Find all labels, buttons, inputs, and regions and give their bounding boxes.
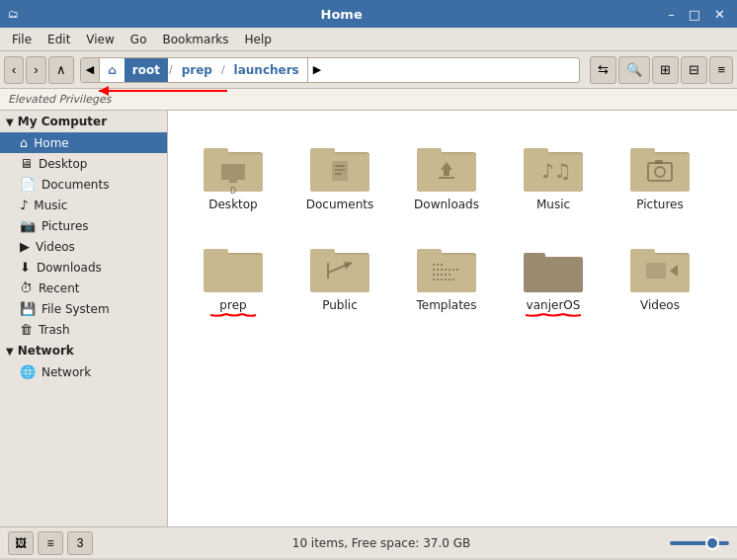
main-layout: ▼ My Computer ⌂ Home 🖥 Desktop 📄 Documen… xyxy=(0,111,737,526)
sidebar-item-desktop-label: Desktop xyxy=(39,157,88,171)
file-label-vanjeros: vanjerOS xyxy=(527,298,581,312)
folder-downloads-icon xyxy=(415,134,478,198)
statusbar-info: 10 items, Free space: 37.0 GB xyxy=(93,536,670,550)
up-button[interactable]: ∧ xyxy=(48,56,74,84)
sidebar-item-home-label: Home xyxy=(34,136,68,150)
sidebar-item-pictures[interactable]: 📷 Pictures xyxy=(0,215,167,236)
svg-rect-19 xyxy=(444,170,450,176)
sidebar-item-network[interactable]: 🌐 Network xyxy=(0,361,167,382)
file-item-videos[interactable]: Videos xyxy=(611,227,709,320)
filesystem-icon: 💾 xyxy=(20,301,36,316)
zoom-slider[interactable] xyxy=(670,541,729,545)
sidebar-section-mycomputer[interactable]: ▼ My Computer xyxy=(0,111,167,132)
svg-rect-30 xyxy=(655,160,663,164)
file-item-vanjeros[interactable]: vanjerOS xyxy=(504,227,603,320)
svg-rect-27 xyxy=(630,154,690,192)
desktop-icon: 🖥 xyxy=(20,156,33,171)
folder-desktop-icon: D xyxy=(202,134,265,198)
close-button[interactable]: ✕ xyxy=(710,7,729,22)
view-compact-button[interactable]: ⊟ xyxy=(681,56,707,84)
svg-rect-49 xyxy=(524,257,583,292)
svg-marker-1 xyxy=(99,86,109,96)
elevated-privileges-bar: Elevated Privileges xyxy=(0,89,737,111)
file-item-documents[interactable]: Documents xyxy=(290,126,389,219)
videos-icon: ▶ xyxy=(20,239,30,254)
folder-documents-icon xyxy=(308,134,371,198)
folder-public-icon xyxy=(308,235,371,298)
statusbar: 🖼 ≡ 3 10 items, Free space: 37.0 GB xyxy=(0,526,737,558)
file-item-public[interactable]: Public xyxy=(290,227,389,320)
sidebar-item-recent[interactable]: ⏱ Recent xyxy=(0,278,167,298)
folder-vanjeros-icon xyxy=(522,235,585,298)
breadcrumb-root[interactable]: root xyxy=(124,58,168,82)
minimize-button[interactable]: – xyxy=(664,7,679,22)
menu-edit[interactable]: Edit xyxy=(40,31,78,48)
file-label-public: Public xyxy=(322,298,358,312)
menu-help[interactable]: Help xyxy=(237,31,280,48)
menu-bookmarks[interactable]: Bookmarks xyxy=(154,31,236,48)
forward-button[interactable]: › xyxy=(26,56,45,84)
slider-track[interactable] xyxy=(670,541,729,545)
breadcrumb-next[interactable]: ▶ xyxy=(307,58,326,82)
view-icons-button[interactable]: ⊞ xyxy=(652,56,679,84)
sidebar-item-music[interactable]: ♪ Music xyxy=(0,195,167,215)
documents-icon: 📄 xyxy=(20,177,36,192)
breadcrumb-prep[interactable]: prep xyxy=(174,58,220,82)
statusbar-list-view-button[interactable]: ≡ xyxy=(38,531,63,555)
search-button[interactable]: 🔍 xyxy=(618,56,650,84)
sidebar-item-videos[interactable]: ▶ Videos xyxy=(0,236,167,257)
menu-go[interactable]: Go xyxy=(123,31,155,48)
menu-file[interactable]: File xyxy=(4,31,40,48)
file-item-prep[interactable]: prep xyxy=(184,227,283,320)
statusbar-detail-button[interactable]: 3 xyxy=(67,531,93,555)
sidebar-item-pictures-label: Pictures xyxy=(41,219,89,233)
file-item-downloads[interactable]: Downloads xyxy=(397,126,496,219)
sidebar-item-recent-label: Recent xyxy=(39,281,79,295)
file-label-prep: prep xyxy=(219,298,246,312)
sidebar-item-filesystem[interactable]: 💾 File System xyxy=(0,298,167,319)
sidebar-item-documents[interactable]: 📄 Documents xyxy=(0,174,167,195)
menu-view[interactable]: View xyxy=(78,31,122,48)
statusbar-icon-view-button[interactable]: 🖼 xyxy=(8,531,34,555)
file-item-music[interactable]: ♪♫ Music xyxy=(504,126,603,219)
sidebar-item-network-label: Network xyxy=(41,365,91,379)
recent-icon: ⏱ xyxy=(20,280,33,295)
window-title: Home xyxy=(19,7,664,22)
sidebar-item-downloads[interactable]: ⬇ Downloads xyxy=(0,257,167,278)
file-label-desktop: Desktop xyxy=(208,198,258,211)
home-icon: ⌂ xyxy=(20,135,28,150)
breadcrumb-launchers[interactable]: launchers xyxy=(226,58,307,82)
sidebar-item-desktop[interactable]: 🖥 Desktop xyxy=(0,153,167,174)
sidebar-item-trash[interactable]: 🗑 Trash xyxy=(0,319,167,340)
sidebar-section-mycomputer-label: My Computer xyxy=(18,115,107,128)
file-item-pictures[interactable]: Pictures xyxy=(611,126,709,219)
breadcrumb-home-icon[interactable]: ⌂ xyxy=(100,58,124,82)
view-list-button[interactable]: ≡ xyxy=(709,56,733,84)
svg-text:♪♫: ♪♫ xyxy=(541,159,572,183)
sidebar-item-documents-label: Documents xyxy=(41,178,109,192)
music-icon: ♪ xyxy=(20,198,28,212)
section-arrow-network: ▼ xyxy=(6,346,14,357)
svg-rect-33 xyxy=(204,255,263,292)
window-controls[interactable]: – □ ✕ xyxy=(664,7,729,22)
vanjeros-annotation xyxy=(524,312,583,318)
slider-thumb[interactable] xyxy=(705,536,719,550)
folder-prep-icon xyxy=(202,235,265,298)
toggle-path-button[interactable]: ⇆ xyxy=(590,56,616,84)
maximize-button[interactable]: □ xyxy=(685,7,704,22)
sidebar-section-network[interactable]: ▼ Network xyxy=(0,340,167,361)
svg-rect-5 xyxy=(221,164,245,180)
file-label-pictures: Pictures xyxy=(636,198,684,211)
sidebar-item-videos-label: Videos xyxy=(36,240,75,254)
file-item-desktop[interactable]: D Desktop xyxy=(184,126,283,219)
trash-icon: 🗑 xyxy=(20,322,33,337)
back-button[interactable]: ‹ xyxy=(4,56,24,84)
file-item-templates[interactable]: Templates xyxy=(397,227,496,320)
file-area: D Desktop Documents xyxy=(168,111,737,526)
breadcrumb-toggle[interactable]: ◀ xyxy=(81,58,100,82)
sidebar-item-home[interactable]: ⌂ Home xyxy=(0,132,167,153)
sidebar-item-downloads-label: Downloads xyxy=(37,261,102,275)
svg-rect-11 xyxy=(332,161,348,181)
file-label-music: Music xyxy=(536,198,570,211)
titlebar: 🗂 Home – □ ✕ xyxy=(0,0,737,28)
